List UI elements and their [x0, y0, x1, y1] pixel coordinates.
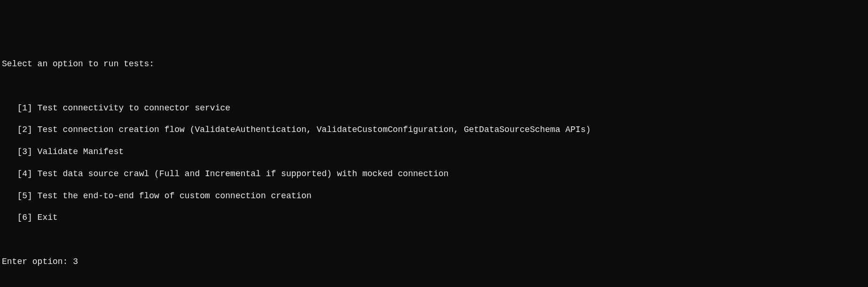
blank-line	[2, 81, 866, 92]
terminal-output[interactable]: Select an option to run tests: [1] Test …	[2, 48, 866, 287]
menu-option-3: [3] Validate Manifest	[2, 147, 866, 157]
blank-line	[2, 234, 866, 245]
blank-line	[2, 279, 866, 287]
menu-option-4: [4] Test data source crawl (Full and Inc…	[2, 169, 866, 179]
input-prompt: Enter option: 3	[2, 256, 866, 267]
menu-option-1: [1] Test connectivity to connector servi…	[2, 103, 866, 114]
menu-option-2: [2] Test connection creation flow (Valid…	[2, 124, 866, 135]
menu-header: Select an option to run tests:	[2, 59, 866, 70]
menu-option-6: [6] Exit	[2, 212, 866, 223]
menu-option-5: [5] Test the end-to-end flow of custom c…	[2, 191, 866, 202]
